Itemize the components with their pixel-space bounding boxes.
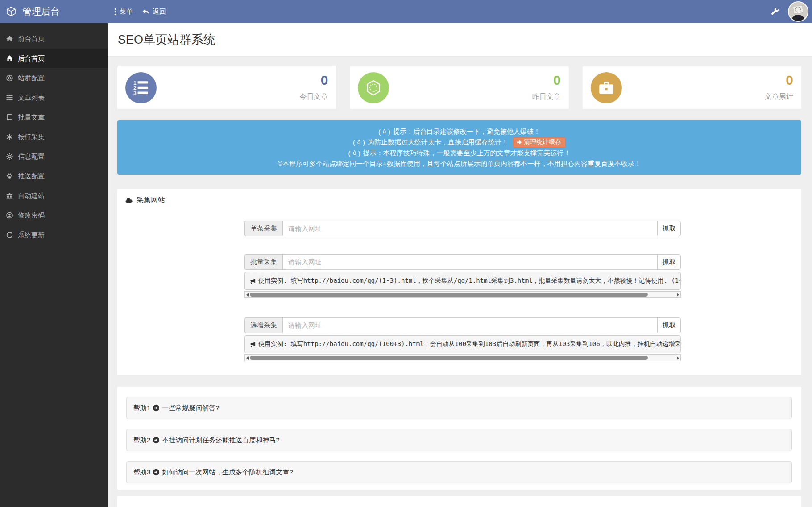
- arrow-circle-right-icon: [153, 404, 160, 412]
- single-collect-group: 单条采集 抓取: [244, 221, 681, 236]
- user-circle-icon: [6, 212, 13, 219]
- sidebar-item-admin-home[interactable]: 后台首页: [0, 49, 108, 68]
- sidebar-item-label: 前台首页: [18, 35, 45, 43]
- sidebar-item-push-config[interactable]: 推送配置: [0, 166, 108, 186]
- horizontal-scrollbar[interactable]: [244, 291, 681, 298]
- stat-value: 0: [299, 74, 328, 87]
- brand[interactable]: 管理后台: [0, 5, 108, 18]
- wrench-icon[interactable]: [771, 8, 779, 16]
- paren: (: [353, 139, 355, 146]
- sidebar: 前台首页 后台首页 站群配置 文章列表 批量文章: [0, 23, 108, 507]
- sidebar-item-label: 系统更新: [18, 231, 45, 239]
- paw-icon: [6, 173, 13, 180]
- single-collect-input[interactable]: [282, 221, 658, 236]
- paren: (: [378, 128, 381, 136]
- scroll-left-arrow[interactable]: [246, 293, 249, 297]
- increment-collect-group: 递增采集 抓取: [244, 317, 681, 333]
- sidebar-item-auto-build[interactable]: 自动建站: [0, 186, 108, 206]
- horizontal-scrollbar[interactable]: [244, 354, 681, 361]
- batch-collect-label: 批量采集: [244, 254, 282, 270]
- batch-help-label: 使用实例: 填写http://baidu.com/qq/(1-3).html，挨…: [258, 277, 681, 285]
- help-question: 不挂访问计划任务还能推送百度和神马?: [162, 436, 279, 445]
- batch-collect-group: 批量采集 抓取: [244, 254, 681, 270]
- stat-card-yesterday: 0 昨日文章: [350, 66, 568, 109]
- scrollbar-thumb[interactable]: [250, 293, 648, 297]
- alert-text: 提示：后台目录建议修改一下，避免被他人爆破！: [393, 128, 540, 136]
- svg-text:3: 3: [133, 90, 137, 95]
- sidebar-item-article-list[interactable]: 文章列表: [0, 88, 108, 107]
- help-prefix: 帮助3: [133, 468, 150, 477]
- sidebar-item-system-update[interactable]: 系统更新: [0, 225, 108, 245]
- bullhorn-icon: [249, 278, 256, 284]
- help-item-2[interactable]: 帮助2 不挂访问计划任务还能推送百度和神马?: [126, 429, 792, 451]
- stat-card-total: 0 文章累计: [583, 66, 801, 109]
- main-content: SEO单页站群系统 123 0 今日文章: [108, 23, 812, 507]
- paren: (: [348, 149, 351, 157]
- sidebar-item-info-config[interactable]: 信息配置: [0, 147, 108, 166]
- hexagon-badge-icon: [358, 72, 389, 103]
- sidebar-item-sites-config[interactable]: 站群配置: [0, 68, 108, 88]
- collect-panel-title: 采集网站: [137, 196, 165, 205]
- single-collect-label: 单条采集: [244, 221, 282, 236]
- header-right: [771, 1, 812, 22]
- stat-label: 昨日文章: [532, 92, 561, 102]
- alert-line: ( ) 为防止数据过大统计太卡，直接启用缓存统计！ 清理统计缓存: [117, 137, 801, 148]
- alert-text: 为防止数据过大统计太卡，直接启用缓存统计！: [368, 138, 508, 147]
- increment-collect-label: 递增采集: [244, 317, 282, 333]
- help-item-1[interactable]: 帮助1 一些常规疑问解答?: [126, 397, 792, 419]
- sidebar-item-label: 推送配置: [18, 172, 45, 181]
- sidebar-item-label: 文章列表: [18, 94, 45, 102]
- back-button[interactable]: 返回: [142, 8, 166, 16]
- alert-line: ( ) 提示：后台目录建议修改一下，避免被他人爆破！: [117, 126, 801, 137]
- help-item-3[interactable]: 帮助3 如何访问一次网站，生成多个随机组词文章?: [126, 461, 792, 483]
- home-icon: [6, 35, 13, 42]
- flame-icon: [356, 139, 362, 146]
- stat-cards: 123 0 今日文章: [117, 66, 801, 109]
- scrollbar-thumb[interactable]: [250, 356, 648, 360]
- paren: ): [388, 128, 390, 136]
- bullhorn-icon: [249, 341, 256, 348]
- paren: ): [363, 139, 365, 146]
- alert-text: ©本程序可多个站点绑定同一个目录+数据库使用，且每个站点所展示的单页内容都不一样…: [278, 160, 641, 168]
- batch-collect-input[interactable]: [282, 254, 658, 270]
- single-grab-button[interactable]: 抓取: [657, 221, 681, 236]
- scroll-right-arrow[interactable]: [677, 356, 679, 360]
- alert-line: ©本程序可多个站点绑定同一个目录+数据库使用，且每个站点所展示的单页内容都不一样…: [117, 158, 801, 169]
- sidebar-item-front-home[interactable]: 前台首页: [0, 29, 108, 49]
- stat-value: 0: [765, 74, 793, 87]
- scroll-left-arrow[interactable]: [246, 356, 249, 360]
- bank-icon: [6, 192, 13, 199]
- help-prefix: 帮助2: [133, 436, 150, 445]
- batch-help-text: 使用实例: 填写http://baidu.com/qq/(1-3).html，挨…: [244, 272, 681, 290]
- cloud-icon: [125, 198, 133, 203]
- batch-grab-button[interactable]: 抓取: [657, 254, 681, 270]
- sidebar-item-label: 批量文章: [18, 113, 45, 122]
- user-avatar[interactable]: [788, 1, 808, 22]
- sidebar-item-label: 后台首页: [18, 54, 45, 63]
- next-panel-cut-off: [117, 496, 801, 507]
- increment-grab-button[interactable]: 抓取: [657, 317, 681, 333]
- topnav: 菜单 返回: [108, 8, 166, 16]
- clear-cache-button[interactable]: 清理统计缓存: [513, 137, 566, 148]
- paren: ): [358, 149, 360, 157]
- briefcase-icon: [591, 72, 622, 103]
- stat-label: 今日文章: [299, 92, 328, 102]
- list-icon: [6, 94, 13, 101]
- increment-collect-input[interactable]: [282, 317, 658, 333]
- list-ol-icon: 123: [125, 72, 157, 103]
- sidebar-item-batch-articles[interactable]: 批量文章: [0, 107, 108, 127]
- back-label: 返回: [153, 8, 166, 16]
- book-icon: [6, 114, 13, 121]
- sidebar-item-line-collect[interactable]: 按行采集: [0, 127, 108, 147]
- help-question: 如何访问一次网站，生成多个随机组词文章?: [162, 468, 293, 477]
- collect-panel: 采集网站 单条采集 抓取 批量采集 抓取: [117, 189, 801, 375]
- stat-card-today: 123 0 今日文章: [117, 66, 336, 109]
- collect-panel-header: 采集网站: [117, 189, 801, 211]
- menu-toggle[interactable]: 菜单: [114, 8, 133, 16]
- increment-help-label: 使用实例: 填写http://baidu.com/qq/(100+3).html…: [258, 340, 681, 348]
- alert-line: ( ) 提示：本程序技巧特殊，一般需要至少上万的文章才能支撑完美运行！: [117, 148, 801, 158]
- brand-label: 管理后台: [22, 5, 60, 18]
- sidebar-item-label: 站群配置: [18, 74, 45, 82]
- scroll-right-arrow[interactable]: [677, 293, 679, 297]
- sidebar-item-change-password[interactable]: 修改密码: [0, 206, 108, 225]
